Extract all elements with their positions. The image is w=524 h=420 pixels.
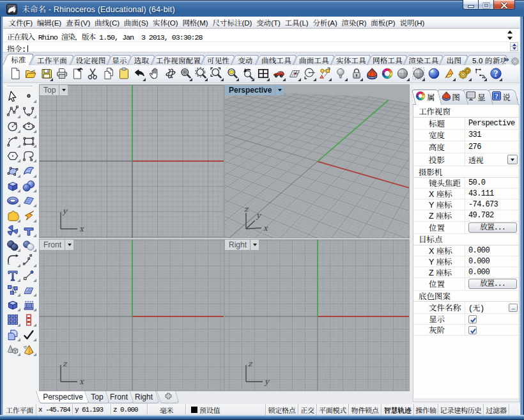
toolbar-button-zoom-previous[interactable] — [240, 65, 256, 82]
toolbar-button-zoom-in[interactable] — [178, 65, 194, 82]
viewport-menu-dropdown[interactable] — [65, 240, 73, 250]
toolbar-button-cut[interactable] — [85, 65, 100, 82]
viewport-title[interactable]: Right — [225, 240, 250, 250]
toolbar-button-help[interactable]: ? — [488, 65, 504, 82]
viewport-title[interactable]: Front — [40, 240, 65, 250]
status-toggle-5[interactable]: 操作轴 — [414, 404, 438, 415]
sidebar-tool-control-point-curve[interactable] — [5, 104, 21, 119]
close-button[interactable] — [494, 0, 515, 10]
status-toggle-4[interactable]: 智慧轨迹 — [381, 404, 414, 415]
toolbar-tab-1[interactable]: 工作平面 — [32, 55, 72, 65]
sidebar-tool-surface-points[interactable] — [5, 164, 21, 178]
viewport-top[interactable]: Top y x — [40, 85, 224, 238]
sidebar-tool-deform-surface[interactable] — [21, 194, 37, 208]
menu-item-2[interactable]: 查看(V) — [64, 17, 93, 27]
viewport-perspective[interactable]: Perspective z y x — [225, 85, 409, 238]
panel-value[interactable]: (无) — [468, 302, 484, 313]
status-cell-1[interactable]: x -45.784 — [36, 404, 73, 415]
sidebar-tool-rectangle[interactable] — [21, 134, 37, 149]
command-history[interactable]: 正在载入 Rhino 渲染，版本 1.50, Jan 3 2013, 03:30… — [3, 29, 509, 42]
sidebar-tool-ellipse[interactable] — [21, 120, 37, 134]
menu-item-9[interactable]: 工具(L) — [282, 17, 311, 27]
panel-scroll-strip[interactable] — [414, 398, 518, 401]
sidebar-tool-solid-cube[interactable] — [5, 298, 21, 313]
viewport-menu-dropdown[interactable] — [275, 85, 284, 95]
toolbar-tab-6[interactable]: 可见性 — [203, 55, 233, 65]
toolbar-button-print[interactable] — [54, 65, 70, 82]
sidebar-tool-arc[interactable] — [5, 134, 21, 149]
viewport-tab-front[interactable]: Front — [107, 392, 130, 403]
restore-button[interactable] — [479, 0, 494, 10]
sidebar-tool-boolean-union-spheres[interactable] — [5, 238, 21, 253]
window-frame-bottom[interactable] — [0, 415, 524, 420]
toolbar-tab-0[interactable]: 标准 — [5, 54, 32, 65]
toolbar-button-object-link[interactable] — [318, 65, 333, 82]
viewport-right[interactable]: Right z y — [225, 240, 409, 391]
toolbar-button-paste[interactable] — [116, 65, 132, 82]
toolbar-button-undo[interactable] — [132, 65, 147, 82]
sidebar-tool-explode-yellow[interactable] — [21, 208, 37, 223]
place-button[interactable]: 放置... — [468, 279, 517, 289]
toolbar-button-color-wheel[interactable] — [380, 65, 395, 82]
sidebar-tool-point-edit[interactable] — [21, 268, 37, 283]
viewport-tab-top[interactable]: Top — [88, 392, 106, 403]
projection-dropdown-button[interactable] — [507, 155, 518, 164]
toolbar-button-pan-view[interactable] — [147, 65, 162, 82]
menu-item-7[interactable]: 尺寸标注(D) — [210, 17, 254, 27]
menu-item-3[interactable]: 曲线(C) — [93, 17, 122, 27]
toolbar-button-spotlight[interactable] — [442, 65, 457, 82]
toolbar-tab-11[interactable]: 网格工具 — [369, 55, 406, 65]
window-frame-right[interactable] — [520, 17, 524, 415]
new-viewport-tab-button[interactable] — [160, 392, 176, 403]
toolbar-button-lock[interactable] — [349, 65, 364, 82]
sidebar-tool-grill[interactable] — [21, 298, 37, 313]
toolbar-tab-2[interactable]: 设定视图 — [72, 55, 109, 65]
sidebar-tool-copy-sheets[interactable] — [5, 328, 21, 343]
toolbar-button-zoom-window[interactable] — [209, 65, 224, 82]
menu-item-12[interactable]: 面板(P) — [369, 17, 397, 27]
viewport-front[interactable]: Front z x — [40, 240, 224, 391]
toolbar-button-rendered-sphere[interactable] — [411, 65, 426, 82]
viewport-title[interactable]: Perspective — [225, 86, 275, 95]
menu-item-8[interactable]: 变动(T) — [254, 17, 282, 27]
toolbar-tab-3[interactable]: 显示 — [109, 55, 130, 65]
scroll-down-icon[interactable] — [507, 37, 512, 40]
toolbar-button-edit-properties[interactable] — [70, 65, 85, 82]
status-toggle-2[interactable]: 平面模式 — [317, 404, 349, 415]
toolbar-button-dimension-tools[interactable] — [473, 65, 488, 82]
sidebar-tool-text-tool[interactable] — [5, 268, 21, 283]
toolbar-tab-14[interactable]: 5.0 的新功能 — [466, 55, 505, 65]
sidebar-tool-hatch-plane[interactable] — [21, 283, 37, 298]
sidebar-grip[interactable] — [7, 86, 33, 88]
toolbar-button-copy[interactable] — [101, 65, 116, 82]
toolbar-button-zoom-selected[interactable] — [225, 65, 240, 82]
status-cell-5[interactable]: 预设值 — [186, 404, 266, 415]
sidebar-tool-extend-curve[interactable] — [21, 253, 37, 268]
toolbar-button-render-blue-sphere[interactable] — [426, 65, 442, 82]
viewport-title[interactable]: Top — [40, 86, 59, 95]
menu-item-1[interactable]: 编辑(E) — [35, 17, 63, 27]
menu-item-6[interactable]: 网格(M) — [180, 17, 210, 27]
sidebar-tool-curved-surface[interactable] — [21, 164, 37, 178]
viewport-menu-dropdown[interactable] — [250, 240, 259, 250]
toolbar-button-shaded-sphere[interactable] — [395, 65, 410, 82]
status-toggle-7[interactable]: 过滤器 — [484, 404, 509, 415]
status-toggle-6[interactable]: 记录建构历史 — [438, 404, 484, 415]
sidebar-tool-primitives-gray[interactable] — [5, 343, 21, 357]
status-cell-3[interactable]: z 0.000 — [111, 404, 148, 415]
viewport-label-top[interactable]: Top — [40, 85, 68, 95]
status-cell-2[interactable]: y 61.193 — [73, 404, 111, 415]
sidebar-tool-block-red[interactable] — [21, 313, 37, 327]
viewport-tab-perspective[interactable]: Perspective — [40, 392, 86, 403]
toolbar-button-cplane[interactable] — [287, 65, 302, 82]
spin-up-button[interactable] — [510, 42, 518, 47]
viewport-tab-right[interactable]: Right — [132, 392, 156, 403]
panel-value[interactable]: 透视 — [468, 154, 483, 166]
panel-tab-0[interactable]: 属 — [413, 89, 437, 104]
tab-bar-gear-icon[interactable] — [511, 54, 520, 63]
sidebar-tool-array-grid[interactable] — [5, 313, 21, 327]
sidebar-tool-point[interactable] — [21, 89, 37, 104]
minimize-button[interactable] — [463, 0, 479, 10]
menu-item-11[interactable]: 渲染(R) — [339, 17, 369, 27]
toolbar-button-zoom-dynamic[interactable] — [194, 65, 209, 82]
